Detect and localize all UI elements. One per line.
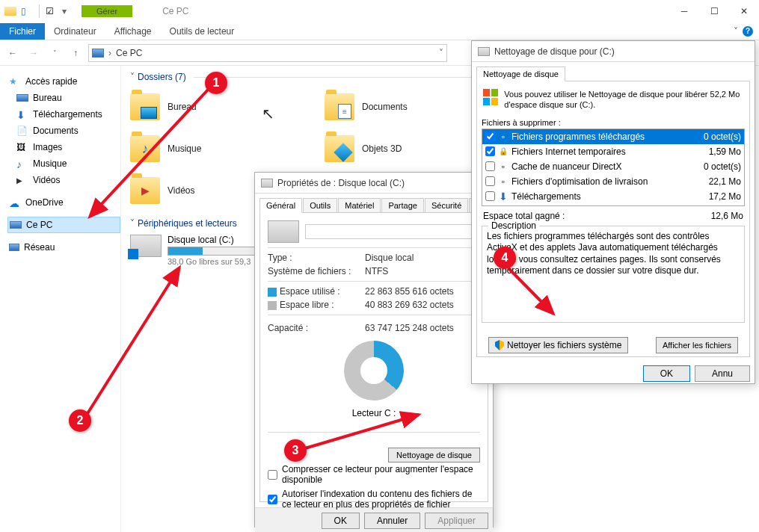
address-chevron-icon[interactable]: ˅	[439, 48, 443, 58]
drive-icon	[130, 235, 162, 257]
close-button[interactable]: ✕	[729, 1, 759, 22]
pc-icon	[92, 49, 104, 58]
help-icon[interactable]: ?	[743, 26, 753, 37]
sidebar-item-images[interactable]: Images	[7, 139, 120, 155]
total-space-gained: Espace total gagné : 12,6 Mo	[483, 211, 743, 221]
folder-musique[interactable]: Musique	[130, 129, 302, 169]
clean-system-files-button[interactable]: Nettoyer les fichiers système	[488, 337, 628, 353]
cleanup-buttons: OK Annu	[472, 358, 755, 389]
pin-icon[interactable]: ▯	[21, 6, 33, 16]
sidebar-reseau[interactable]: Réseau	[7, 239, 120, 256]
tab-securite[interactable]: Sécurité	[425, 198, 468, 213]
annotation-badge-3: 3	[284, 439, 307, 462]
cancel-button[interactable]: Annu	[695, 365, 750, 382]
videos-folder-icon	[130, 177, 160, 204]
disk-cleanup-dialog: Nettoyage de disque pour (C:) Nettoyage …	[471, 40, 755, 384]
properties-dialog: Propriétés de : Disque local (C:) Généra…	[254, 172, 494, 528]
file-icon: ▫	[498, 176, 508, 187]
back-button[interactable]: ←	[4, 45, 21, 61]
titlebar: ▯ ☑ ▾ Gérer Ce PC ─ ☐ ✕	[0, 0, 759, 22]
annotation-badge-4: 4	[494, 247, 516, 269]
chevron-down-icon: ˅	[130, 72, 135, 82]
desktop-folder-icon	[130, 93, 160, 120]
dialog-buttons: OK Annuler Appliquer	[255, 507, 493, 532]
window-title: Ce PC	[162, 6, 188, 16]
ok-button[interactable]: OK	[643, 365, 690, 382]
onedrive-icon	[9, 197, 21, 208]
up-button[interactable]: ↑	[67, 45, 84, 61]
list-item[interactable]: Téléchargements17,2 Mo	[482, 189, 744, 204]
cleanup-title: Nettoyage de disque pour (C:)	[472, 41, 755, 62]
list-item[interactable]: Fichiers Internet temporaires1,59 Mo	[482, 144, 744, 159]
annotation-badge-1: 1	[205, 72, 227, 94]
tab-outils[interactable]: Outils de lecteur	[161, 23, 244, 40]
address-box[interactable]: › Ce PC ˅	[88, 44, 447, 62]
drive-name: Disque local (C:)	[168, 235, 265, 245]
sidebar: Accès rapide Bureau Téléchargements Docu…	[0, 66, 121, 532]
tab-partage[interactable]: Partage	[381, 198, 424, 213]
maximize-button[interactable]: ☐	[699, 1, 729, 22]
drive-name-input[interactable]	[305, 224, 480, 239]
minimize-button[interactable]: ─	[669, 1, 699, 22]
tab-affichage[interactable]: Affichage	[105, 23, 161, 40]
sidebar-item-documents[interactable]: Documents	[7, 123, 120, 139]
tab-outils[interactable]: Outils	[303, 198, 337, 213]
tab-materiel[interactable]: Matériel	[338, 198, 381, 213]
tab-fichier[interactable]: Fichier	[0, 23, 45, 40]
documents-folder-icon	[325, 93, 354, 120]
dialog-title: Propriétés de : Disque local (C:)	[255, 173, 493, 194]
download-icon	[498, 191, 508, 202]
drive-icon	[261, 179, 273, 188]
history-dropdown[interactable]: ˅	[46, 45, 63, 61]
view-files-button[interactable]: Afficher les fichiers	[656, 337, 738, 353]
desktop-icon	[16, 94, 28, 102]
sidebar-quick-access[interactable]: Accès rapide	[7, 73, 120, 90]
shield-icon	[495, 340, 504, 350]
ribbon: Fichier Ordinateur Affichage Outils de l…	[0, 22, 759, 40]
compress-checkbox[interactable]: Compresser ce lecteur pour augmenter l'e…	[268, 464, 480, 486]
sidebar-item-bureau[interactable]: Bureau	[7, 90, 120, 106]
sidebar-onedrive[interactable]: OneDrive	[7, 194, 120, 211]
drive-letter-label: Lecteur C :	[268, 408, 480, 418]
video-icon	[16, 175, 28, 185]
star-icon	[9, 76, 21, 87]
files-to-delete-list[interactable]: ▫Fichiers programmes téléchargés0 octet(…	[482, 129, 745, 206]
music-folder-icon	[130, 135, 160, 162]
description-box: Description Les fichiers programmes télé…	[482, 226, 745, 323]
list-item[interactable]: ▫Fichiers programmes téléchargés0 octet(…	[482, 129, 744, 144]
annotation-badge-2: 2	[69, 409, 91, 432]
drive-icon	[478, 47, 490, 56]
index-checkbox[interactable]: Autoriser l'indexation du contenu des fi…	[268, 489, 480, 510]
pc-icon	[10, 221, 22, 229]
tab-ordinateur[interactable]: Ordinateur	[45, 23, 105, 40]
chevron-down-icon: ˅	[130, 218, 135, 229]
image-icon	[16, 142, 28, 152]
disk-cleanup-button[interactable]: Nettoyage de disque	[388, 448, 480, 463]
breadcrumb[interactable]: Ce PC	[116, 48, 142, 58]
sidebar-item-musique[interactable]: Musique	[7, 155, 120, 172]
properties-tabs: Général Outils Matériel Partage Sécurité…	[255, 194, 493, 213]
manage-tab-header: Gérer	[82, 5, 132, 17]
drive-free-space: 38,0 Go libres sur 59,3	[168, 257, 265, 266]
cursor-icon: ↖	[262, 105, 274, 123]
quick-access-toolbar: ▯ ☑ ▾	[0, 4, 67, 18]
ribbon-chevron-icon[interactable]: ˅	[734, 26, 738, 37]
apply-button[interactable]: Appliquer	[425, 513, 488, 529]
download-icon	[16, 109, 28, 120]
properties-icon[interactable]: ☑	[46, 6, 58, 16]
usage-donut	[344, 341, 404, 400]
document-icon	[16, 126, 28, 136]
list-item[interactable]: ▫Fichiers d'optimisation de livraison22,…	[482, 174, 744, 189]
forward-button[interactable]: →	[25, 45, 42, 61]
sidebar-item-videos[interactable]: Vidéos	[7, 172, 120, 188]
tab-nettoyage[interactable]: Nettoyage de disque	[476, 66, 565, 81]
file-icon: ▫	[498, 132, 508, 142]
ok-button[interactable]: OK	[322, 513, 360, 529]
sidebar-ce-pc[interactable]: Ce PC	[7, 217, 120, 233]
lock-icon	[498, 146, 508, 157]
tab-general[interactable]: Général	[259, 198, 302, 213]
drive-large-icon	[268, 220, 299, 243]
list-item[interactable]: ▫Cache de nuanceur DirectX0 octet(s)	[482, 159, 744, 174]
sidebar-item-telechargements[interactable]: Téléchargements	[7, 106, 120, 123]
cancel-button[interactable]: Annuler	[364, 513, 420, 529]
